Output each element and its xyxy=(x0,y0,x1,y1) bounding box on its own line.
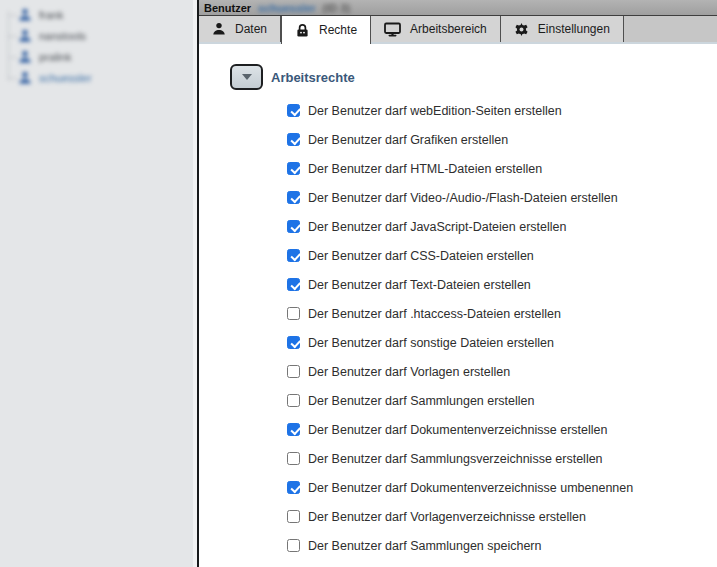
permission-label: Der Benutzer darf .htaccess-Dateien erst… xyxy=(308,307,561,321)
user-tree: franknanstoolspralinkschuessler xyxy=(6,4,92,88)
permission-row[interactable]: Der Benutzer darf Dokumentenverzeichniss… xyxy=(287,473,717,502)
permission-label: Der Benutzer darf HTML-Dateien erstellen xyxy=(308,162,542,176)
sidebar-user-item[interactable]: nanstools xyxy=(6,25,92,46)
person-icon xyxy=(18,29,32,43)
permission-row[interactable]: Der Benutzer darf Text-Dateien erstellen xyxy=(287,270,717,299)
panel-title-username: schuessler xyxy=(258,2,315,14)
permission-row[interactable]: Der Benutzer darf Dokumentenverzeichniss… xyxy=(287,415,717,444)
permission-label: Der Benutzer darf CSS-Dateien erstellen xyxy=(308,249,534,263)
permission-checkbox[interactable] xyxy=(287,307,300,320)
permission-row[interactable]: Der Benutzer darf Sammlungen erstellen xyxy=(287,386,717,415)
section-header: Arbeitsrechte xyxy=(230,64,717,90)
tab-daten[interactable]: Daten xyxy=(199,16,281,42)
chevron-down-icon xyxy=(242,74,252,80)
permission-row[interactable]: Der Benutzer darf CSS-Dateien erstellen xyxy=(287,241,717,270)
permission-row[interactable]: Der Benutzer darf Sammlungen speichern xyxy=(287,531,717,560)
permission-row[interactable]: Der Benutzer darf Video-/Audio-/Flash-Da… xyxy=(287,183,717,212)
permission-checkbox[interactable] xyxy=(287,539,300,552)
permission-checkbox[interactable] xyxy=(287,191,300,204)
panel-title: Benutzer xyxy=(204,2,251,14)
permission-label: Der Benutzer darf webEdition-Seiten erst… xyxy=(308,104,562,118)
sidebar-user-item[interactable]: pralink xyxy=(6,46,92,67)
permission-row[interactable]: Der Benutzer darf Grafiken erstellen xyxy=(287,125,717,154)
tab-label: Arbeitsbereich xyxy=(410,22,487,36)
sidebar-user-item[interactable]: frank xyxy=(6,4,92,25)
permission-label: Der Benutzer darf Sammlungen speichern xyxy=(308,539,541,553)
person-icon xyxy=(18,8,32,22)
person-icon xyxy=(18,50,32,64)
tab-arbeitsbereich[interactable]: Arbeitsbereich xyxy=(371,16,501,42)
permission-row[interactable]: Der Benutzer darf .htaccess-Dateien erst… xyxy=(287,299,717,328)
permission-row[interactable]: Der Benutzer darf Vorlagen erstellen xyxy=(287,357,717,386)
monitor-icon xyxy=(384,22,401,37)
section-title: Arbeitsrechte xyxy=(271,70,355,85)
permission-checkbox[interactable] xyxy=(287,365,300,378)
permission-checkbox[interactable] xyxy=(287,278,300,291)
permission-checkbox[interactable] xyxy=(287,220,300,233)
permission-checkbox[interactable] xyxy=(287,423,300,436)
person-icon xyxy=(18,71,32,85)
user-tree-sidebar: franknanstoolspralinkschuessler xyxy=(0,0,197,567)
permission-row[interactable]: Der Benutzer darf JavaScript-Dateien ers… xyxy=(287,212,717,241)
tab-rechte[interactable]: Rechte xyxy=(281,16,371,44)
permission-checkbox[interactable] xyxy=(287,249,300,262)
permission-checkbox[interactable] xyxy=(287,336,300,349)
permission-label: Der Benutzer darf JavaScript-Dateien ers… xyxy=(308,220,566,234)
rights-content: Arbeitsrechte Der Benutzer darf webEditi… xyxy=(199,64,717,560)
collapse-section-button[interactable] xyxy=(230,64,263,90)
lock-icon xyxy=(295,23,310,38)
gear-icon xyxy=(514,22,529,37)
permission-checkbox[interactable] xyxy=(287,510,300,523)
permission-label: Der Benutzer darf Grafiken erstellen xyxy=(308,133,508,147)
rights-list: Der Benutzer darf webEdition-Seiten erst… xyxy=(287,96,717,560)
tab-label: Einstellungen xyxy=(538,22,610,36)
user-icon xyxy=(212,22,226,36)
permission-row[interactable]: Der Benutzer darf Sammlungsverzeichnisse… xyxy=(287,444,717,473)
tab-label: Rechte xyxy=(319,23,357,37)
permission-label: Der Benutzer darf Sammlungsverzeichnisse… xyxy=(308,452,603,466)
permission-label: Der Benutzer darf Sammlungen erstellen xyxy=(308,394,535,408)
tab-label: Daten xyxy=(235,22,267,36)
permission-label: Der Benutzer darf Dokumentenverzeichniss… xyxy=(308,481,633,495)
permission-label: Der Benutzer darf Dokumentenverzeichniss… xyxy=(308,423,607,437)
sidebar-user-item[interactable]: schuessler xyxy=(6,67,92,88)
permission-checkbox[interactable] xyxy=(287,162,300,175)
permission-label: Der Benutzer darf Vorlagen erstellen xyxy=(308,365,510,379)
panel-title-user-id: (ID 3) xyxy=(323,2,351,14)
user-detail-panel: Benutzer schuessler (ID 3) Daten Rechte … xyxy=(197,0,717,567)
permission-checkbox[interactable] xyxy=(287,481,300,494)
permission-label: Der Benutzer darf Video-/Audio-/Flash-Da… xyxy=(308,191,618,205)
permission-row[interactable]: Der Benutzer darf Vorlagenverzeichnisse … xyxy=(287,502,717,531)
permission-checkbox[interactable] xyxy=(287,133,300,146)
permission-checkbox[interactable] xyxy=(287,452,300,465)
permission-label: Der Benutzer darf Vorlagenverzeichnisse … xyxy=(308,510,586,524)
permission-checkbox[interactable] xyxy=(287,104,300,117)
sidebar-user-name: nanstools xyxy=(39,30,86,42)
permission-row[interactable]: Der Benutzer darf HTML-Dateien erstellen xyxy=(287,154,717,183)
sidebar-user-name: pralink xyxy=(39,51,71,63)
tab-einstellungen[interactable]: Einstellungen xyxy=(501,16,624,42)
permission-row[interactable]: Der Benutzer darf sonstige Dateien erste… xyxy=(287,328,717,357)
panel-titlebar: Benutzer schuessler (ID 3) xyxy=(199,0,717,16)
sidebar-user-name: frank xyxy=(39,9,63,21)
tab-bar: Daten Rechte Arbeitsbereich Einstellunge… xyxy=(199,16,717,44)
permission-checkbox[interactable] xyxy=(287,394,300,407)
sidebar-user-name: schuessler xyxy=(39,72,92,84)
permission-row[interactable]: Der Benutzer darf webEdition-Seiten erst… xyxy=(287,96,717,125)
permission-label: Der Benutzer darf Text-Dateien erstellen xyxy=(308,278,531,292)
permission-label: Der Benutzer darf sonstige Dateien erste… xyxy=(308,336,554,350)
